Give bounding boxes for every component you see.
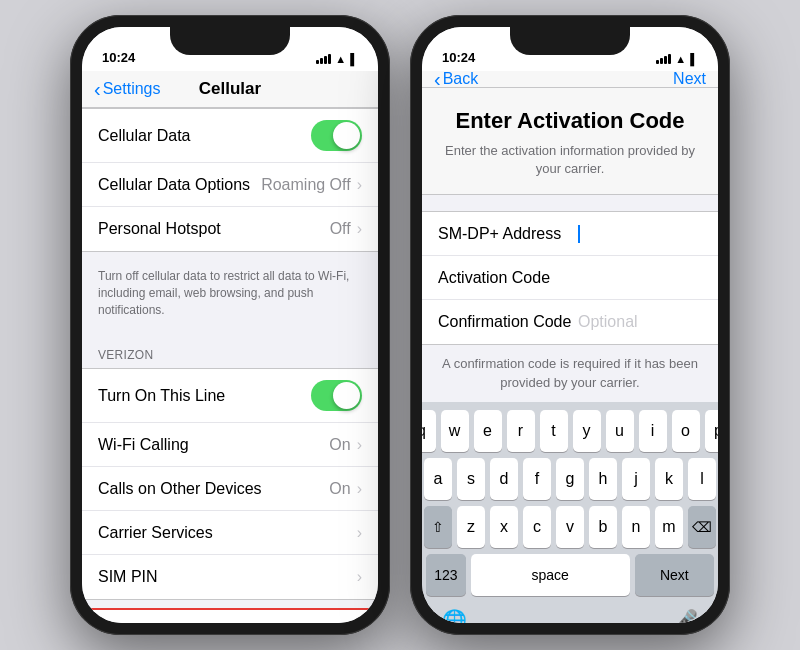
chevron-right-icon: ›: [357, 480, 362, 498]
key-q[interactable]: q: [422, 410, 436, 452]
list-item[interactable]: Carrier Services ›: [82, 511, 378, 555]
list-item[interactable]: Personal Hotspot Off ›: [82, 207, 378, 251]
key-m[interactable]: m: [655, 506, 683, 548]
next-key[interactable]: Next: [635, 554, 714, 596]
personal-hotspot-value: Off: [330, 220, 351, 238]
keyboard: q w e r t y u i o p a s d f g: [422, 402, 718, 623]
key-i[interactable]: i: [639, 410, 667, 452]
confirmation-code-label: Confirmation Code: [438, 313, 578, 331]
keyboard-row-3: ⇧ z x c v b n m ⌫: [426, 506, 714, 548]
info-text: Turn off cellular data to restrict all d…: [82, 260, 378, 328]
chevron-right-icon: ›: [357, 524, 362, 542]
key-z[interactable]: z: [457, 506, 485, 548]
nav-bar-1: ‹ Settings Cellular: [82, 71, 378, 108]
back-button-2[interactable]: ‹ Back: [434, 69, 478, 89]
carrier-services-label: Carrier Services: [98, 524, 357, 542]
activation-subtitle: Enter the activation information provide…: [438, 142, 702, 178]
key-y[interactable]: y: [573, 410, 601, 452]
key-w[interactable]: w: [441, 410, 469, 452]
form-row-smdp[interactable]: SM-DP+ Address: [422, 212, 718, 256]
time-2: 10:24: [442, 50, 475, 65]
list-item[interactable]: Calls on Other Devices On ›: [82, 467, 378, 511]
form-note: A confirmation code is required if it ha…: [422, 345, 718, 401]
cellular-data-toggle[interactable]: [311, 120, 362, 151]
signal-icon: [316, 54, 331, 64]
phone-cellular: 10:24 ▲ ▌ ‹ Settings Cellular: [70, 15, 390, 635]
shift-key[interactable]: ⇧: [424, 506, 452, 548]
next-button[interactable]: Next: [673, 70, 706, 88]
turn-on-line-label: Turn On This Line: [98, 387, 311, 405]
cellular-data-options-value: Roaming Off: [261, 176, 351, 194]
chevron-left-icon-2: ‹: [434, 69, 441, 89]
key-c[interactable]: c: [523, 506, 551, 548]
add-cellular-plan-item[interactable]: Add Cellular Plan: [84, 610, 376, 623]
key-k[interactable]: k: [655, 458, 683, 500]
key-p[interactable]: p: [705, 410, 719, 452]
battery-icon: ▌: [350, 53, 358, 65]
key-v[interactable]: v: [556, 506, 584, 548]
turn-on-line-toggle[interactable]: [311, 380, 362, 411]
phone-activation: 10:24 ▲ ▌ ‹ Back Next Ent: [410, 15, 730, 635]
num-key[interactable]: 123: [426, 554, 466, 596]
wifi-calling-value: On: [329, 436, 350, 454]
delete-key[interactable]: ⌫: [688, 506, 716, 548]
nav-bar-2: ‹ Back Next: [422, 71, 718, 88]
globe-icon[interactable]: 🌐: [442, 608, 467, 623]
keyboard-row-2: a s d f g h j k l: [426, 458, 714, 500]
time-1: 10:24: [102, 50, 135, 65]
add-plan-group: Add Cellular Plan: [82, 608, 378, 623]
text-cursor: [578, 225, 580, 243]
wifi-icon: ▲: [335, 53, 346, 65]
optional-placeholder: Optional: [578, 313, 638, 331]
chevron-left-icon: ‹: [94, 79, 101, 99]
personal-hotspot-label: Personal Hotspot: [98, 220, 330, 238]
notch: [170, 27, 290, 55]
mic-icon[interactable]: 🎤: [673, 608, 698, 623]
list-item[interactable]: Cellular Data: [82, 109, 378, 163]
calls-other-devices-value: On: [329, 480, 350, 498]
back-button-1[interactable]: ‹ Settings: [94, 79, 160, 99]
chevron-right-icon: ›: [357, 176, 362, 194]
list-item[interactable]: Cellular Data Options Roaming Off ›: [82, 163, 378, 207]
key-j[interactable]: j: [622, 458, 650, 500]
keyboard-bottom-bar: 🌐 🎤: [426, 602, 714, 623]
keyboard-row-4: 123 space Next: [426, 554, 714, 596]
keyboard-row-1: q w e r t y u i o p: [426, 410, 714, 452]
chevron-right-icon: ›: [357, 220, 362, 238]
settings-content: Cellular Data Cellular Data Options Roam…: [82, 108, 378, 623]
key-n[interactable]: n: [622, 506, 650, 548]
key-t[interactable]: t: [540, 410, 568, 452]
cellular-data-options-label: Cellular Data Options: [98, 176, 261, 194]
key-l[interactable]: l: [688, 458, 716, 500]
key-b[interactable]: b: [589, 506, 617, 548]
battery-icon-2: ▌: [690, 53, 698, 65]
form-row-activation[interactable]: Activation Code: [422, 256, 718, 300]
key-u[interactable]: u: [606, 410, 634, 452]
key-x[interactable]: x: [490, 506, 518, 548]
status-icons-1: ▲ ▌: [316, 53, 358, 65]
key-h[interactable]: h: [589, 458, 617, 500]
signal-icon-2: [656, 54, 671, 64]
list-item[interactable]: SIM PIN ›: [82, 555, 378, 599]
smdp-label: SM-DP+ Address: [438, 225, 578, 243]
form-row-confirmation[interactable]: Confirmation Code Optional: [422, 300, 718, 344]
space-key[interactable]: space: [471, 554, 630, 596]
verizon-settings-group: Turn On This Line Wi-Fi Calling On › Cal…: [82, 368, 378, 600]
key-a[interactable]: a: [424, 458, 452, 500]
top-settings-group: Cellular Data Cellular Data Options Roam…: [82, 108, 378, 252]
key-f[interactable]: f: [523, 458, 551, 500]
key-e[interactable]: e: [474, 410, 502, 452]
key-o[interactable]: o: [672, 410, 700, 452]
key-r[interactable]: r: [507, 410, 535, 452]
key-d[interactable]: d: [490, 458, 518, 500]
key-g[interactable]: g: [556, 458, 584, 500]
form-section: SM-DP+ Address Activation Code Confirmat…: [422, 211, 718, 345]
chevron-right-icon: ›: [357, 568, 362, 586]
list-item[interactable]: Turn On This Line: [82, 369, 378, 423]
wifi-calling-label: Wi-Fi Calling: [98, 436, 329, 454]
verizon-section-header: VERIZON: [82, 328, 378, 368]
list-item[interactable]: Wi-Fi Calling On ›: [82, 423, 378, 467]
activation-content: Enter Activation Code Enter the activati…: [422, 88, 718, 623]
key-s[interactable]: s: [457, 458, 485, 500]
wifi-icon-2: ▲: [675, 53, 686, 65]
